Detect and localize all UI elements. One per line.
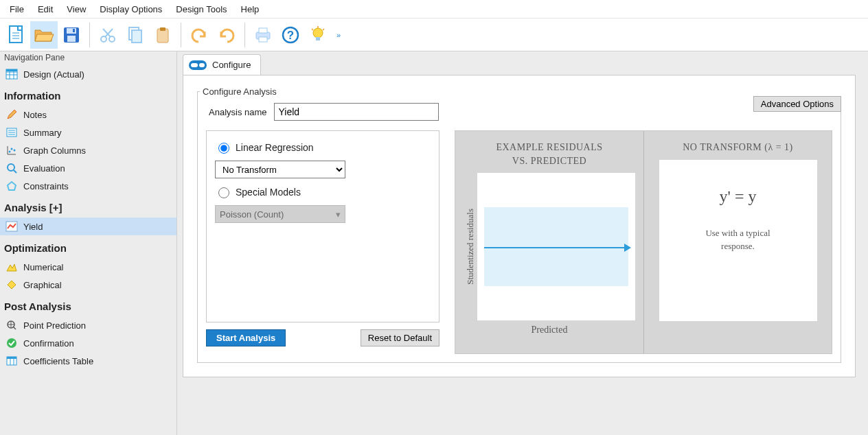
svg-rect-15 <box>160 27 165 31</box>
nav-design-actual[interactable]: Design (Actual) <box>0 65 176 83</box>
nav-point-prediction[interactable]: Point Prediction <box>0 316 176 334</box>
svg-text:?: ? <box>287 29 294 42</box>
magnifier-icon <box>5 162 18 174</box>
copy-icon <box>126 26 144 44</box>
radio-linear-input[interactable] <box>218 143 229 154</box>
nav-pane-title: Navigation Pane <box>0 51 176 65</box>
svg-rect-22 <box>316 37 320 40</box>
redo-button[interactable] <box>213 21 240 49</box>
svg-rect-50 <box>7 357 16 359</box>
menu-help[interactable]: Help <box>234 3 266 16</box>
table-icon <box>5 355 18 367</box>
tab-configure[interactable]: Configure <box>183 54 261 75</box>
nav-summary[interactable]: Summary <box>0 124 176 141</box>
transform-select[interactable]: No Transform <box>215 161 345 178</box>
start-analysis-button[interactable]: Start Analysis <box>206 329 286 346</box>
svg-point-40 <box>14 150 16 152</box>
nav-label: Graph Columns <box>23 145 86 156</box>
nav-coefficients-table[interactable]: Coefficients Table <box>0 352 176 370</box>
print-button[interactable] <box>249 21 277 49</box>
print-icon <box>253 26 273 44</box>
nav-yield[interactable]: Yield <box>0 217 176 235</box>
nav-evaluation[interactable]: Evaluation <box>0 159 176 177</box>
help-button[interactable]: ? <box>277 21 304 49</box>
chevron-down-icon: ▾ <box>336 209 341 220</box>
nav-label: Evaluation <box>23 163 65 174</box>
card-transform: NO TRANSFORM (λ = 1) y' = y Use with a t… <box>643 131 832 353</box>
cut-button[interactable] <box>94 21 122 49</box>
svg-point-21 <box>313 28 323 38</box>
svg-line-25 <box>323 29 324 30</box>
pentagon-icon <box>5 180 18 192</box>
reset-to-default-button[interactable]: Reset to Default <box>361 329 439 346</box>
plot-x-label: Predicted <box>532 325 568 336</box>
nav-notes[interactable]: Notes <box>0 106 176 124</box>
pencil-icon <box>5 108 18 121</box>
svg-line-24 <box>312 29 313 30</box>
document-icon <box>8 25 25 45</box>
menubar: File Edit View Display Options Design To… <box>0 0 868 18</box>
nav-section-optimization: Optimization <box>0 235 176 258</box>
nav-constraints[interactable]: Constraints <box>0 177 176 195</box>
nav-label: Notes <box>23 110 47 120</box>
fieldset-legend: Configure Analysis <box>200 86 841 97</box>
toolbar: ? » <box>0 18 868 51</box>
nav-label: Point Prediction <box>23 320 86 331</box>
scatter-icon <box>5 144 18 156</box>
copy-button[interactable] <box>122 21 149 49</box>
open-file-button[interactable] <box>30 21 58 49</box>
nav-section-analysis[interactable]: Analysis [+] <box>0 195 176 217</box>
svg-rect-31 <box>6 69 17 71</box>
radio-linear-regression[interactable]: Linear Regression <box>215 141 431 154</box>
svg-rect-17 <box>259 28 267 33</box>
menu-display-options[interactable]: Display Options <box>93 3 169 16</box>
undo-button[interactable] <box>185 21 213 49</box>
mountain-icon <box>5 261 18 273</box>
svg-rect-7 <box>73 29 75 32</box>
menu-view[interactable]: View <box>60 3 93 16</box>
toolbar-overflow[interactable]: » <box>332 31 345 39</box>
tab-label: Configure <box>212 60 251 70</box>
tips-button[interactable] <box>304 21 332 49</box>
save-button[interactable] <box>58 21 85 49</box>
analysis-name-input[interactable] <box>274 103 439 121</box>
svg-point-39 <box>11 148 13 150</box>
new-file-button[interactable] <box>3 21 30 49</box>
nav-graphical[interactable]: Graphical <box>0 276 176 294</box>
save-icon <box>62 26 80 44</box>
advanced-options-button[interactable]: Advanced Options <box>753 96 841 112</box>
nav-section-post-analysis: Post Analysis <box>0 294 176 316</box>
configure-panel: Configure Analysis Analysis name Advance… <box>183 75 856 377</box>
nav-confirmation[interactable]: Confirmation <box>0 334 176 352</box>
transform-description: Use with a typical response. <box>705 226 770 253</box>
nav-graph-columns[interactable]: Graph Columns <box>0 141 176 159</box>
nav-numerical[interactable]: Numerical <box>0 258 176 276</box>
checkmark-circle-icon <box>5 337 18 349</box>
svg-rect-13 <box>132 30 141 43</box>
paste-button[interactable] <box>149 21 176 49</box>
nav-label: Constraints <box>23 181 69 191</box>
toolbar-separator <box>89 23 90 47</box>
diamond-icon <box>5 279 18 291</box>
card-residuals: EXAMPLE RESIDUALS VS. PREDICTED Studenti… <box>455 131 643 353</box>
target-icon <box>5 319 18 331</box>
menu-file[interactable]: File <box>3 3 31 16</box>
svg-point-48 <box>7 338 16 348</box>
svg-rect-0 <box>10 26 22 43</box>
svg-line-42 <box>14 170 16 173</box>
nav-label: Summary <box>23 128 62 138</box>
navigation-pane: Navigation Pane Design (Actual) Informat… <box>0 51 177 435</box>
main-area: Configure Configure Analysis Analysis na… <box>177 51 868 435</box>
menu-edit[interactable]: Edit <box>31 3 60 16</box>
nav-label: Design (Actual) <box>23 69 84 80</box>
menu-design-tools[interactable]: Design Tools <box>169 3 233 16</box>
svg-point-41 <box>8 164 14 171</box>
svg-line-47 <box>13 327 16 329</box>
nav-label: Numerical <box>23 262 64 272</box>
radio-special-input[interactable] <box>218 187 229 198</box>
svg-point-38 <box>9 151 11 153</box>
card-title: EXAMPLE RESIDUALS VS. PREDICTED <box>496 141 602 167</box>
radio-label: Special Models <box>236 187 301 198</box>
svg-rect-6 <box>67 36 76 42</box>
radio-special-models[interactable]: Special Models <box>215 185 431 198</box>
